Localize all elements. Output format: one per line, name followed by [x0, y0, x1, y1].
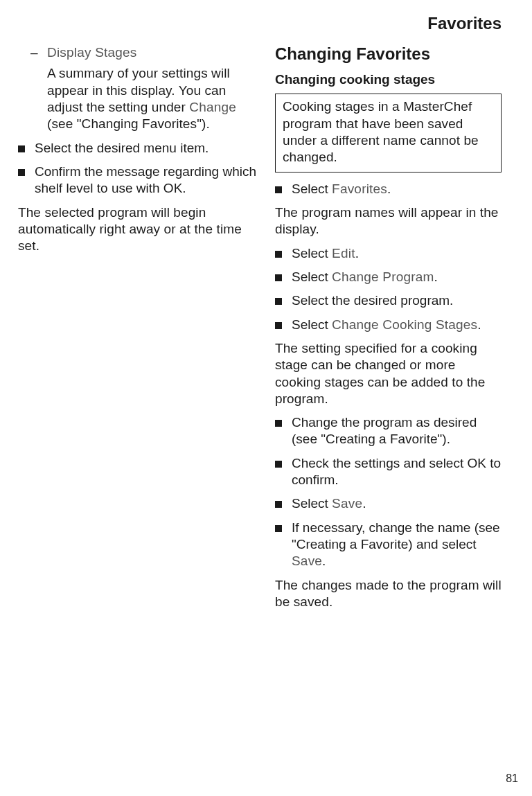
square-bullet-icon [275, 414, 292, 448]
text-run: . [387, 182, 391, 196]
text-run: . [355, 246, 359, 260]
result-paragraph: The changes made to the program will be … [275, 577, 502, 611]
step-text: Select the desired program. [292, 292, 502, 309]
step-list-item: If necessary, change the name (see "Crea… [275, 520, 502, 570]
step-list-item: Select Change Program. [275, 269, 502, 285]
text-run: If necessary, change the name (see "Crea… [292, 520, 500, 551]
text-run: Select [292, 182, 332, 196]
text-run: Select [292, 246, 332, 260]
dash-list-item: – Display Stages [30, 44, 257, 61]
ui-label-save: Save [292, 554, 322, 568]
ui-label-edit: Edit [332, 246, 355, 260]
step-list-item: Change the program as desired (see "Crea… [275, 414, 502, 448]
note-box: Cooking stages in a MasterChef program t… [275, 94, 502, 172]
note-text: Cooking stages in a MasterChef program t… [283, 98, 494, 166]
ui-label-favorites: Favorites [332, 182, 387, 196]
text-run: Select [292, 496, 332, 511]
square-bullet-icon [275, 495, 292, 512]
dash-bullet: – [30, 44, 47, 61]
step-list-item: Check the settings and select OK to conf… [275, 455, 502, 489]
page-number: 81 [506, 772, 518, 785]
outcome-paragraph: The selected program will begin automati… [18, 204, 257, 255]
text-run: . [362, 496, 366, 511]
step-list-item: Select Edit. [275, 245, 502, 262]
step-list-item: Select Save. [275, 495, 502, 512]
square-bullet-icon [275, 269, 292, 285]
ui-label-change-cooking-stages: Change Cooking Stages [332, 317, 477, 332]
step-text: Confirm the message regarding which shel… [35, 163, 257, 197]
square-bullet-icon [18, 140, 35, 157]
manual-page: Favorites – Display Stages A summary of … [0, 0, 532, 796]
heading-changing-favorites: Changing Favorites [275, 44, 502, 64]
square-bullet-icon [275, 520, 292, 570]
square-bullet-icon [275, 292, 292, 309]
ui-label-change-program: Change Program [332, 269, 434, 284]
text-run: . [322, 554, 326, 568]
display-stages-description: A summary of your settings will appear i… [47, 65, 257, 132]
square-bullet-icon [275, 181, 292, 197]
right-column: Changing Favorites Changing cooking stag… [275, 44, 502, 617]
square-bullet-icon [275, 317, 292, 333]
text-run: . [477, 317, 481, 332]
text-run: Select [292, 317, 332, 332]
step-list-item: Select the desired menu item. [18, 140, 257, 157]
step-text: Change the program as desired (see "Crea… [292, 414, 502, 448]
square-bullet-icon [275, 245, 292, 262]
paragraph: The program names will appear in the dis… [275, 204, 502, 238]
ui-label-change: Change [189, 100, 236, 114]
text-run: (see "Changing Favorites"). [47, 116, 210, 131]
heading-changing-cooking-stages: Changing cooking stages [275, 71, 502, 89]
square-bullet-icon [18, 163, 35, 197]
step-list-item: Select Favorites. [275, 181, 502, 197]
text-run: . [434, 269, 438, 284]
step-list-item: Select Change Cooking Stages. [275, 317, 502, 333]
square-bullet-icon [275, 455, 292, 489]
step-list-item: Select the desired program. [275, 292, 502, 309]
step-list-item: Confirm the message regarding which shel… [18, 163, 257, 197]
section-title: Favorites [30, 14, 502, 33]
step-text: Select the desired menu item. [35, 140, 257, 157]
ui-label-save: Save [332, 496, 362, 511]
ui-label-display-stages: Display Stages [47, 45, 137, 60]
left-column: – Display Stages A summary of your setti… [30, 44, 257, 617]
two-column-layout: – Display Stages A summary of your setti… [30, 44, 502, 617]
step-text: Check the settings and select OK to conf… [292, 455, 502, 489]
text-run: Select [292, 269, 332, 284]
paragraph: The setting specified for a cooking stag… [275, 340, 502, 407]
